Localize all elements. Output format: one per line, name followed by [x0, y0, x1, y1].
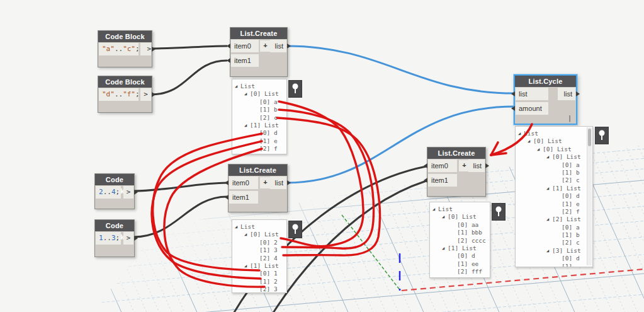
annotation-arrow-to-list-create [491, 124, 532, 155]
dynamo-workspace-canvas[interactable]: Code Block "a".."c"; > Code Block "d".."… [0, 0, 644, 312]
annotation-curve-c-to-4 [277, 118, 380, 255]
annotation-curve-e-to-2 [152, 141, 262, 279]
red-annotation-layer [0, 0, 644, 312]
